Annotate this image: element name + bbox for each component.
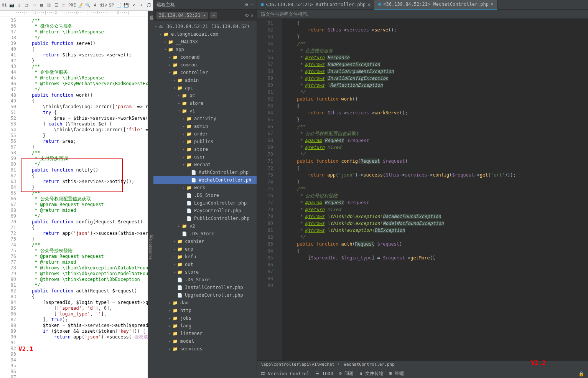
tree-item[interactable]: ▸📁work [153,184,257,191]
tree-item[interactable]: ▸📁listener [153,330,257,337]
tree-item[interactable]: ▾📁controller [153,69,257,76]
tree-item[interactable]: 📄UpgradeController.php [153,291,257,299]
dot-icon [261,3,264,6]
file-tree[interactable]: ▾🖧36.139.84.52:21 (36.139.84.52) ▾📁e.lon… [153,21,257,378]
toolbar-icon[interactable]: 🀘 [46,2,52,9]
gear-icon[interactable]: ⚙ — [245,2,254,7]
tree-item[interactable]: ▸📁kefu [153,253,257,261]
tree-item[interactable]: ▸📁jobs [153,314,257,322]
ruler: ····|····1····|····2····|····3····|····4… [0,11,153,17]
tree-item[interactable]: ▸📁store [153,268,257,276]
toolbar-icon[interactable]: 🔍 [85,2,90,9]
tree-item[interactable]: ▸📁dao [153,299,257,307]
tree-item[interactable]: ▸📁v2 [153,222,257,230]
tree-item[interactable]: ▾📁v1 [153,107,257,115]
toolbar-icon[interactable]: 🎵 [146,2,151,9]
close-icon[interactable]: × [367,2,370,7]
tree-item[interactable]: 📄.DS_Store [153,191,257,199]
tree-item[interactable]: ▸📁common [153,61,257,69]
left-editor[interactable]: 3536373839404142434445464748495051525354… [0,17,153,378]
right-editor-panel: <36.139.84.52:21> AuthController.php× <3… [257,0,588,378]
toolbar-icon[interactable]: 📝 [77,2,83,9]
fold-gutter[interactable] [276,19,282,360]
tree-item[interactable]: ▸📁order [153,130,257,138]
tree-item[interactable]: ▸📁http [153,307,257,314]
left-code[interactable]: /** * 微信公众号服务 * @return \think\Response … [19,17,153,378]
version-right-label: V2.2 [531,359,546,366]
tree-item[interactable]: ▸📁__MACOSX [153,38,257,46]
tree-item[interactable]: 📄AuthController.php [153,168,257,176]
toolbar-icon[interactable]: + [138,2,144,9]
toolbar-icon[interactable]: 📄 [116,2,122,9]
tab-wechatcontroller[interactable]: <36.139.84.52:21> WechatController.php× [374,0,497,10]
toolbar-icon[interactable]: ▦ [39,2,44,9]
tree-item[interactable]: ▸📁admin [153,122,257,130]
tree-item[interactable]: ▸📁publics [153,138,257,145]
tree-item[interactable]: 📄LoginController.php [153,199,257,207]
tree-item[interactable]: ▸📁services [153,345,257,353]
version-control-button[interactable]: 𝌮 Version Control [261,371,310,376]
tree-item[interactable]: 📄.DS_Store [153,276,257,284]
tree-item[interactable]: ▾📁api [153,84,257,92]
toolbar-icon[interactable]: 💾 [124,2,129,9]
right-code[interactable]: { return $this->services->serve(); } /**… [282,19,588,360]
side-label-remote[interactable]: 远程主机 [148,11,154,15]
tree-item[interactable]: ▾📁wechat [153,161,257,168]
tree-item[interactable]: ▸📁out [153,261,257,268]
file-tree-panel: 远程主机 ⚙ — 36.139.84.52:21 ▾ ⋯ ⟲ ✕ ▾🖧36.13… [153,0,257,378]
tree-item[interactable]: ▸📁store [153,145,257,153]
tree-item[interactable]: ▸📁erp [153,245,257,253]
toolbar-icon[interactable]: ⬚ [61,2,67,9]
toolbar-icon[interactable]: 📷 [9,2,14,9]
refresh-icon[interactable]: ⟲ [245,13,249,18]
tree-item[interactable]: ▸📁user [153,153,257,161]
version-left-label: V2.1 [18,345,33,353]
status-bar: 𝌮 Version Control ☰ TODO ⊘ 问题 ⇅ 文件传输 ▣ 终… [257,369,588,378]
toolbar-icon[interactable]: PRE [69,2,76,9]
toolbar-icon[interactable]: SP [109,2,114,9]
tree-item[interactable]: ▸📁lang [153,322,257,330]
tree-item[interactable]: 📄InstallController.php [153,284,257,291]
status-right-icon[interactable]: 🔒 [578,371,584,376]
tree-item[interactable]: ▸📁admin [153,76,257,84]
tab-authcontroller[interactable]: <36.139.84.52:21> AuthController.php× [257,0,374,10]
host-bar: 36.139.84.52:21 ▾ ⋯ ⟲ ✕ [153,10,257,21]
tree-item[interactable]: ▾📁app [153,46,257,53]
side-label-structure[interactable]: 结构 [148,229,154,233]
more-button[interactable]: ⋯ [210,12,217,18]
toolbar-icon[interactable]: ✔ [131,2,137,9]
file-transfer-button[interactable]: ⇅ 文件传输 [359,370,383,377]
terminal-button[interactable]: ▣ 终端 [389,370,404,377]
tree-item[interactable]: ▸📁command [153,53,257,61]
toolbar-icon[interactable]: 🗂 [24,2,29,9]
problems-button[interactable]: ⊘ 问题 [339,370,354,377]
tree-root[interactable]: ▾🖧36.139.84.52:21 (36.139.84.52) [153,23,257,30]
tree-item[interactable]: ▸📁store [153,99,257,107]
close-icon[interactable]: ✕ [251,13,254,18]
host-dropdown[interactable]: 36.139.84.52:21 ▾ [156,12,208,19]
side-tool-strip: 远程主机 结构 Bookmarks [148,11,153,378]
remote-host-title: 远程主机 ⚙ — [153,0,257,10]
tree-item[interactable]: ▾📁e.longxiaozai.com [153,30,257,38]
left-toolbar: Hi📷⚓🗂▭▦🀘☰⬚PRE📝🔍AdivSP📄💾✔+🎵 [0,0,153,11]
tree-item[interactable]: 📄PayController.php [153,207,257,215]
tree-item[interactable]: 📄.DS_Store [153,230,257,238]
todo-button[interactable]: ☰ TODO [315,371,333,376]
tree-item[interactable]: ▸📁model [153,337,257,345]
editor-tabs: <36.139.84.52:21> AuthController.php× <3… [257,0,588,10]
toolbar-icon[interactable]: div [100,2,107,9]
left-editor-panel: Hi📷⚓🗂▭▦🀘☰⬚PRE📝🔍AdivSP📄💾✔+🎵 ····|····1···… [0,0,153,378]
tree-item[interactable]: ▸📁cashier [153,238,257,245]
toolbar-icon[interactable]: ☰ [54,2,59,9]
toolbar-icon[interactable]: ▭ [31,2,37,9]
right-editor[interactable]: 5152535455565758596061626364656667686970… [257,19,588,360]
close-icon[interactable]: × [491,2,493,7]
toolbar-icon[interactable]: ⚓ [16,2,22,9]
tree-item[interactable]: 📄PublicController.php [153,215,257,222]
toolbar-icon[interactable]: A [92,2,98,9]
tree-item[interactable]: 📄WechatController.ph [153,176,257,184]
tree-item[interactable]: ▸📁activity [153,115,257,122]
tree-item[interactable]: ▸📁pc [153,92,257,99]
side-label-bookmarks[interactable]: Bookmarks [148,237,153,262]
toolbar-icon[interactable]: Hi [2,2,7,9]
